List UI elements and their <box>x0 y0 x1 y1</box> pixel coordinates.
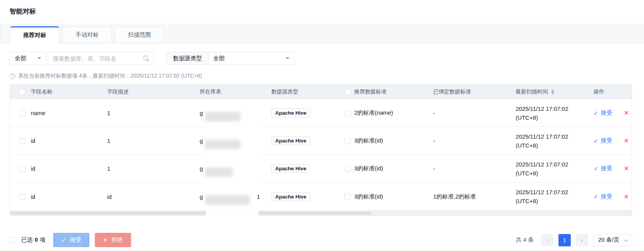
table-row: id 1 g Apache Hive 3的标准(id) - 2025/11/12… <box>10 127 632 155</box>
batch-reject-button[interactable]: ✕ 拒绝 <box>95 233 131 247</box>
prev-page-button[interactable]: ‹ <box>541 234 553 246</box>
scan-time-cell: 2025/11/12 17:07:02 (UTC+8) <box>516 160 568 178</box>
standard-checkbox[interactable] <box>345 110 351 116</box>
horizontal-scrollbar[interactable] <box>10 210 632 215</box>
tab-scan-scope[interactable]: 扫描范围 <box>115 27 164 43</box>
recommended-standard-cell: 3的标准(id) <box>354 137 383 144</box>
recommended-standard-cell: 2的标准(name) <box>354 109 393 117</box>
search-box <box>48 52 154 65</box>
summary-line: ? 系统当前推荐对标数据项 4条，最新扫描时间：2025/11/12 17:07… <box>10 73 644 80</box>
col-field-name: 字段名称 <box>28 88 104 95</box>
scope-select[interactable]: 全部 <box>10 52 46 65</box>
scan-time-date: 2025/11/12 17:07:02 <box>516 104 568 113</box>
accept-link[interactable]: ✓ 接受 <box>594 109 612 117</box>
tab-recommended[interactable]: 推荐对标 <box>10 26 59 43</box>
col-scan-time: 最新扫描时间 <box>516 88 548 95</box>
col-operations: 操作 <box>588 88 632 95</box>
field-name-cell: name <box>28 110 104 116</box>
datasource-type-tag: Apache Hive <box>271 136 310 145</box>
search-icon[interactable] <box>143 55 149 61</box>
reject-icon[interactable]: ✕ <box>624 165 629 172</box>
chevron-down-icon <box>624 237 628 241</box>
datasource-type-select: 数据源类型 全部 <box>166 52 294 65</box>
batch-actions: 已选 0 项 ✓ 接受 ✕ 拒绝 <box>10 233 131 247</box>
table-body: name 1 g Apache Hive 2的标准(name) - 2025/1… <box>10 99 632 210</box>
table-header-row: 字段名称 字段描述 所在库表 数据源类型 推荐数据标准 已绑定数据标准 最新扫描… <box>10 85 632 99</box>
footer-bar: 已选 0 项 ✓ 接受 ✕ 拒绝 共 4 条 ‹ 1 › 20 条/页 <box>10 233 632 247</box>
field-name-cell: id <box>28 137 104 144</box>
datasource-type-label: 数据源类型 <box>167 52 209 64</box>
db-table-suffix: 1 <box>257 193 260 200</box>
col-db-table: 所在库表 <box>197 88 268 95</box>
row-checkbox[interactable] <box>19 166 25 172</box>
bound-standard-cell: - <box>430 137 513 144</box>
datasource-type-tag: Apache Hive <box>271 192 310 201</box>
page-number-1[interactable]: 1 <box>558 234 571 246</box>
recommendations-table: 字段名称 字段描述 所在库表 数据源类型 推荐数据标准 已绑定数据标准 最新扫描… <box>10 84 632 216</box>
close-icon: ✕ <box>103 237 108 244</box>
bound-standard-cell: 1的标准,2的标准 <box>430 193 513 200</box>
scan-time-tz: (UTC+8) <box>516 113 568 122</box>
row-checkbox[interactable] <box>19 110 25 116</box>
filter-bar: 全部 数据源类型 全部 <box>10 52 644 65</box>
page-size-select[interactable]: 20 条/页 <box>593 234 632 246</box>
col-recommended-standard: 推荐数据标准 <box>354 88 387 95</box>
datasource-type-tag: Apache Hive <box>271 109 310 117</box>
accept-link[interactable]: ✓ 接受 <box>594 137 612 144</box>
help-icon[interactable]: ? <box>10 73 15 79</box>
accept-label: 接受 <box>601 137 612 144</box>
field-name-cell: id <box>28 165 104 172</box>
tab-bar: 推荐对标 手动对标 扫描范围 <box>0 24 644 43</box>
row-checkbox[interactable] <box>19 193 25 200</box>
table-row: name 1 g Apache Hive 2的标准(name) - 2025/1… <box>10 99 632 127</box>
db-table-prefix: g <box>200 137 203 144</box>
standard-checkbox[interactable] <box>345 166 351 172</box>
recommended-standard-cell: 3的标准(id) <box>354 165 383 172</box>
tab-manual[interactable]: 手动对标 <box>62 27 112 43</box>
redacted-text <box>205 195 250 205</box>
caret-down-icon <box>37 57 41 59</box>
db-table-prefix: g <box>200 193 203 200</box>
scan-time-cell: 2025/11/12 17:07:02 (UTC+8) <box>516 104 568 122</box>
reject-icon[interactable]: ✕ <box>624 137 629 144</box>
datasource-type-value-box[interactable]: 全部 <box>209 52 294 64</box>
scan-time-cell: 2025/11/12 17:07:02 (UTC+8) <box>516 132 568 150</box>
select-all-checkbox[interactable] <box>19 89 25 95</box>
reject-icon[interactable]: ✕ <box>624 109 629 117</box>
accept-label: 接受 <box>601 109 612 117</box>
accept-label: 接受 <box>601 165 612 172</box>
scan-time-tz: (UTC+8) <box>516 197 568 205</box>
sort-icon[interactable] <box>551 90 554 94</box>
accept-link[interactable]: ✓ 接受 <box>594 165 612 172</box>
scrollbar-thumb[interactable] <box>11 212 372 215</box>
redacted-text <box>205 112 240 121</box>
db-table-prefix: g <box>200 165 203 172</box>
next-page-button[interactable]: › <box>576 234 588 246</box>
caret-down-icon <box>286 57 289 59</box>
standard-checkbox[interactable] <box>345 138 351 144</box>
check-icon: ✓ <box>594 137 599 144</box>
check-icon: ✓ <box>594 193 599 200</box>
search-input[interactable] <box>53 55 143 62</box>
total-count-text: 共 4 条 <box>516 236 534 244</box>
db-table-prefix: g <box>200 110 203 116</box>
page-size-value: 20 条/页 <box>598 236 619 244</box>
redacted-text <box>205 140 240 149</box>
check-icon: ✓ <box>61 237 66 244</box>
footer-select-all-checkbox[interactable] <box>10 237 16 243</box>
field-desc-cell: 1 <box>104 110 197 116</box>
redaction-overlay <box>206 105 259 251</box>
col-datasource-type: 数据源类型 <box>268 88 341 95</box>
check-icon: ✓ <box>594 165 599 172</box>
row-checkbox[interactable] <box>19 138 25 144</box>
accept-link[interactable]: ✓ 接受 <box>594 193 612 200</box>
scan-time-tz: (UTC+8) <box>516 169 568 178</box>
select-all-standards-checkbox[interactable] <box>345 89 351 95</box>
field-desc-cell: 1 <box>104 165 197 172</box>
field-desc-cell: 1 <box>104 137 197 144</box>
accept-label: 接受 <box>601 193 612 200</box>
check-icon: ✓ <box>594 110 599 117</box>
reject-icon[interactable]: ✕ <box>624 193 629 200</box>
batch-accept-button[interactable]: ✓ 接受 <box>53 233 89 247</box>
standard-checkbox[interactable] <box>345 193 351 200</box>
